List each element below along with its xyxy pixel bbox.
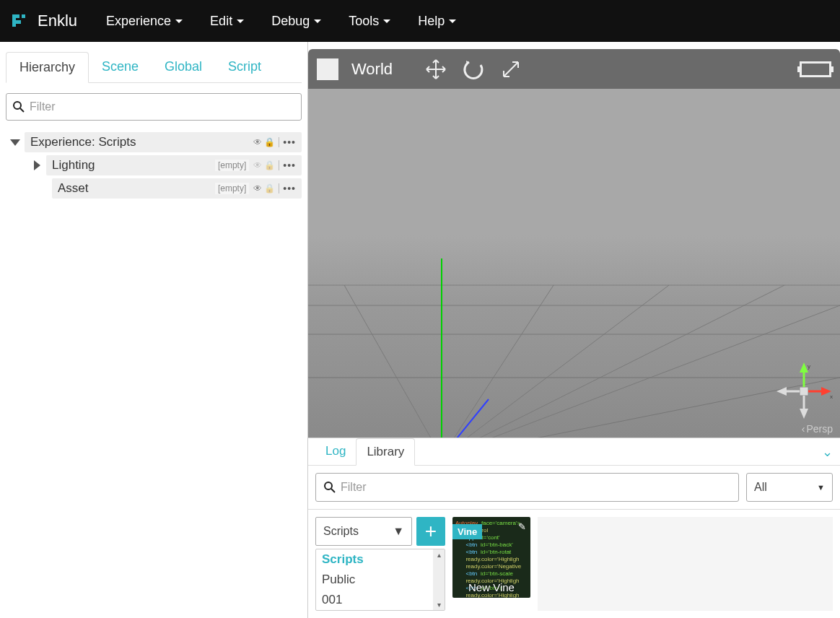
svg-rect-17 bbox=[800, 387, 808, 396]
category-select[interactable]: Scripts▼ bbox=[315, 517, 412, 546]
main-menu: Experience Edit Debug Tools Help bbox=[96, 9, 466, 33]
expand-toggle[interactable] bbox=[30, 159, 43, 172]
scale-tool-icon[interactable] bbox=[499, 58, 522, 81]
category-item-001[interactable]: 001 bbox=[316, 590, 433, 610]
tab-hierarchy[interactable]: Hierarchy bbox=[6, 52, 89, 83]
empty-tag: [empty] bbox=[215, 160, 249, 171]
category-list: Scripts Public 001 ▴▾ bbox=[315, 549, 445, 611]
svg-marker-24 bbox=[800, 409, 808, 419]
bottom-panel: Log Library ⌄ All▼ Scripts▼ bbox=[308, 438, 840, 618]
left-panel: Hierarchy Scene Global Script Experience… bbox=[0, 42, 308, 618]
more-icon[interactable]: ••• bbox=[283, 183, 296, 194]
more-icon[interactable]: ••• bbox=[283, 136, 296, 148]
svg-line-16 bbox=[442, 399, 489, 438]
tree-row-asset[interactable]: Asset [empty] 👁 🔒 ••• bbox=[6, 177, 302, 200]
eye-icon[interactable]: 👁 bbox=[253, 160, 262, 170]
tab-log[interactable]: Log bbox=[315, 438, 356, 465]
svg-line-29 bbox=[331, 489, 335, 492]
lock-icon[interactable]: 🔒 bbox=[264, 183, 275, 193]
transform-mode-label: World bbox=[351, 60, 393, 79]
svg-line-1 bbox=[20, 108, 24, 112]
left-panel-tabs: Hierarchy Scene Global Script bbox=[6, 52, 302, 83]
search-icon bbox=[12, 100, 25, 113]
move-tool-icon[interactable] bbox=[424, 58, 447, 81]
eye-icon[interactable]: 👁 bbox=[253, 137, 262, 147]
row-actions: 👁 🔒 ••• bbox=[253, 183, 296, 194]
eye-icon[interactable]: 👁 bbox=[253, 183, 262, 193]
library-filter-input[interactable] bbox=[341, 481, 731, 494]
top-menu-bar: Enklu Experience Edit Debug Tools Help bbox=[0, 0, 840, 42]
caret-down-icon bbox=[237, 19, 244, 23]
projection-label[interactable]: ‹ Persp bbox=[802, 423, 833, 435]
viewport-toolbar: World bbox=[308, 49, 840, 89]
expand-toggle[interactable] bbox=[9, 136, 22, 149]
axis-gizmo[interactable]: y x bbox=[771, 358, 836, 423]
caret-down-icon bbox=[383, 19, 390, 23]
lock-icon[interactable]: 🔒 bbox=[264, 160, 275, 170]
more-icon[interactable]: ••• bbox=[283, 160, 296, 171]
svg-line-11 bbox=[442, 285, 784, 438]
library-all-select[interactable]: All▼ bbox=[746, 473, 833, 502]
row-actions: 👁 🔒 ••• bbox=[253, 136, 296, 148]
transform-mode-toggle[interactable] bbox=[317, 58, 338, 80]
tree-row-lighting[interactable]: Lighting [empty] 👁 🔒 ••• bbox=[6, 154, 302, 177]
svg-text:x: x bbox=[830, 393, 833, 400]
menu-debug[interactable]: Debug bbox=[261, 9, 331, 33]
chevron-down-icon[interactable]: ⌄ bbox=[822, 444, 833, 460]
scrollbar[interactable]: ▴▾ bbox=[433, 549, 445, 610]
caret-down-icon bbox=[449, 19, 456, 23]
row-actions: 👁 🔒 ••• bbox=[253, 160, 296, 171]
svg-point-0 bbox=[14, 102, 21, 109]
chevron-left-icon: ‹ bbox=[802, 423, 805, 435]
menu-help[interactable]: Help bbox=[408, 9, 466, 33]
hierarchy-tree: Experience: Scripts 👁 🔒 ••• Lighting [em… bbox=[0, 128, 307, 203]
tree-label: Asset bbox=[58, 181, 215, 196]
frame-tool-icon[interactable] bbox=[800, 61, 831, 77]
asset-thumbnail-new-vine[interactable]: Autoplay face='camera'> for control <app… bbox=[452, 517, 530, 598]
viewport-grid bbox=[308, 89, 840, 438]
search-icon bbox=[323, 481, 336, 494]
hierarchy-filter[interactable] bbox=[6, 93, 302, 121]
hierarchy-filter-input[interactable] bbox=[30, 100, 295, 113]
tab-global[interactable]: Global bbox=[152, 52, 215, 82]
caret-down-icon bbox=[175, 19, 183, 23]
menu-tools[interactable]: Tools bbox=[338, 9, 401, 33]
thumbnail-title: New Vine bbox=[452, 581, 530, 593]
app-logo-icon bbox=[9, 11, 29, 31]
tree-label: Experience: Scripts bbox=[30, 135, 249, 149]
rotate-tool-icon[interactable] bbox=[462, 58, 485, 81]
3d-viewport[interactable]: y x ‹ Persp bbox=[308, 89, 840, 438]
add-button[interactable]: + bbox=[416, 517, 445, 546]
category-item-scripts[interactable]: Scripts bbox=[316, 549, 433, 570]
lock-icon[interactable]: 🔒 bbox=[264, 137, 275, 147]
tree-label: Lighting bbox=[52, 158, 215, 173]
library-sidebar: Scripts▼ + Scripts Public 001 ▴▾ bbox=[315, 517, 445, 611]
category-item-public[interactable]: Public bbox=[316, 570, 433, 590]
menu-experience[interactable]: Experience bbox=[96, 9, 193, 33]
empty-tag: [empty] bbox=[215, 183, 249, 194]
library-filter[interactable] bbox=[315, 473, 739, 502]
right-panel: World bbox=[308, 42, 840, 618]
brand-name: Enklu bbox=[38, 12, 77, 30]
tab-script[interactable]: Script bbox=[215, 52, 274, 82]
library-thumbnails: Autoplay face='camera'> for control <app… bbox=[452, 517, 530, 611]
svg-marker-26 bbox=[776, 387, 787, 396]
tree-row-root[interactable]: Experience: Scripts 👁 🔒 ••• bbox=[6, 131, 302, 154]
edit-icon: ✎ bbox=[518, 521, 526, 532]
svg-point-28 bbox=[325, 482, 332, 489]
library-drop-area[interactable] bbox=[538, 517, 833, 611]
caret-down-icon bbox=[314, 19, 321, 23]
vine-tag: Vine bbox=[452, 524, 482, 539]
tab-scene[interactable]: Scene bbox=[89, 52, 152, 82]
tab-library[interactable]: Library bbox=[356, 438, 415, 466]
svg-line-7 bbox=[344, 285, 442, 438]
menu-edit[interactable]: Edit bbox=[200, 9, 254, 33]
bottom-tabs: Log Library bbox=[315, 438, 822, 465]
svg-text:y: y bbox=[808, 363, 810, 370]
